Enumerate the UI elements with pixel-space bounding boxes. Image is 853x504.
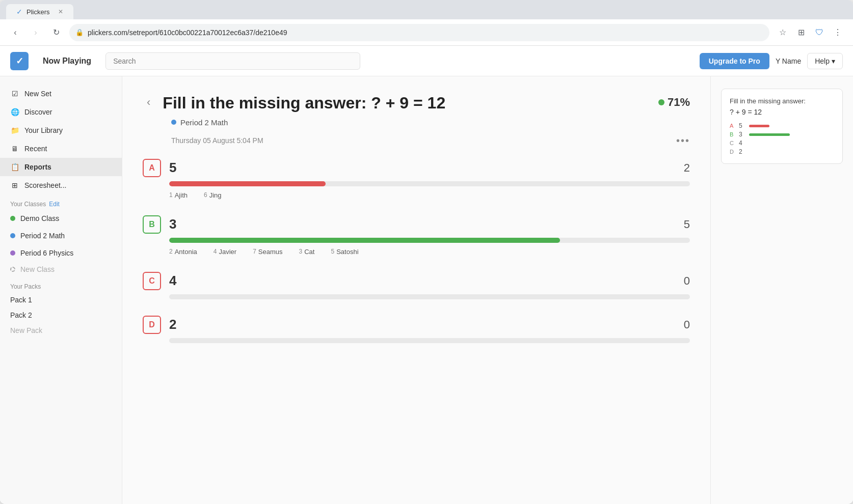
discover-icon: 🌐 xyxy=(10,107,19,117)
answer-label-b: B xyxy=(143,215,161,234)
progress-bar-c xyxy=(169,294,690,299)
progress-bar-b xyxy=(169,238,690,243)
app-container: ✓ Now Playing Upgrade to Pro Y Name Help… xyxy=(0,46,853,504)
more-options-icon[interactable]: ⋮ xyxy=(831,25,845,40)
browser-toolbar-icons: ☆ ⊞ 🛡 ⋮ xyxy=(776,25,845,40)
library-icon: 📁 xyxy=(10,126,19,135)
sidebar-item-demo-class[interactable]: Demo Class xyxy=(0,210,122,227)
student-item: 1 Ajith xyxy=(169,191,188,199)
forward-button[interactable]: › xyxy=(29,25,43,40)
date-text: Thursday 05 August 5:04 PM xyxy=(171,136,263,145)
address-bar: ‹ › ↻ 🔒 plickers.com/setreport/610c0bc00… xyxy=(0,19,853,46)
preview-answers: A 5 B 3 C 4 xyxy=(730,122,834,155)
main-content: ☑ New Set 🌐 Discover 📁 Your Library 🖥 Re… xyxy=(0,76,853,504)
answer-count-d: 0 xyxy=(684,318,690,331)
answer-count-a: 2 xyxy=(684,161,690,175)
scoresheet-icon: ⊞ xyxy=(10,181,19,190)
class-info: Period 2 Math xyxy=(171,118,690,127)
progress-fill-b xyxy=(169,238,560,243)
sidebar-item-period2[interactable]: Period 2 Math xyxy=(0,227,122,244)
bookmark-icon[interactable]: ☆ xyxy=(776,25,790,40)
sidebar-item-discover[interactable]: 🌐 Discover xyxy=(0,103,122,121)
answer-choice-a: A 5 2 1 Ajith 6 Jing xyxy=(143,159,690,199)
more-options-button[interactable]: ••• xyxy=(676,135,690,147)
answer-label-d: D xyxy=(143,316,161,334)
now-playing-button[interactable]: Now Playing xyxy=(37,53,97,69)
progress-fill-a xyxy=(169,181,326,186)
sidebar-item-reports[interactable]: 📋 Reports xyxy=(0,158,122,176)
answer-choice-b: B 3 5 2 Antonia 4 Javier xyxy=(143,215,690,256)
back-question-button[interactable]: ‹ xyxy=(143,94,154,111)
preview-answer-b: B 3 xyxy=(730,131,834,138)
tab-bar: ✓ Plickers ✕ xyxy=(0,0,853,19)
navbar-right: Upgrade to Pro Y Name Help ▾ xyxy=(700,53,843,69)
preview-equation: ? + 9 = 12 xyxy=(730,108,834,116)
preview-question-text: Fill in the missing answer: xyxy=(730,97,834,105)
right-panel: Fill in the missing answer: ? + 9 = 12 A… xyxy=(710,76,853,504)
period2-dot xyxy=(10,233,15,238)
sidebar-item-new-set[interactable]: ☑ New Set xyxy=(0,85,122,103)
answer-label-a: A xyxy=(143,159,161,177)
students-list-a: 1 Ajith 6 Jing xyxy=(169,191,690,199)
sidebar-item-scoresheet[interactable]: ⊞ Scoresheet... xyxy=(0,176,122,194)
student-item: 6 Jing xyxy=(204,191,222,199)
url-display[interactable]: plickers.com/setreport/610c0bc00221a7001… xyxy=(88,29,287,37)
recent-icon: 🖥 xyxy=(10,144,19,153)
upgrade-button[interactable]: Upgrade to Pro xyxy=(700,53,769,69)
active-tab[interactable]: ✓ Plickers ✕ xyxy=(6,4,73,19)
help-button[interactable]: Help ▾ xyxy=(807,53,843,69)
student-item: 2 Antonia xyxy=(169,248,197,256)
sidebar: ☑ New Set 🌐 Discover 📁 Your Library 🖥 Re… xyxy=(0,76,122,504)
answer-count-c: 0 xyxy=(684,274,690,288)
search-input[interactable] xyxy=(105,52,360,70)
answer-label-c: C xyxy=(143,272,161,290)
answer-header-a: A 5 2 xyxy=(143,159,690,177)
sidebar-item-pack1[interactable]: Pack 1 xyxy=(0,292,122,307)
class-dot-blue xyxy=(171,120,176,125)
sidebar-item-new-pack[interactable]: New Pack xyxy=(0,323,122,338)
answer-header-c: C 4 0 xyxy=(143,272,690,290)
sidebar-item-period6[interactable]: Period 6 Physics xyxy=(0,244,122,262)
new-class-item[interactable]: New Class xyxy=(0,262,122,277)
preview-bar-b xyxy=(749,133,790,136)
preview-card: Fill in the missing answer: ? + 9 = 12 A… xyxy=(721,89,843,164)
sidebar-item-recent[interactable]: 🖥 Recent xyxy=(0,139,122,158)
demo-class-dot xyxy=(10,216,15,221)
preview-answer-a: A 5 xyxy=(730,122,834,129)
answer-value-d: 2 xyxy=(169,317,176,332)
student-item: 5 Satoshi xyxy=(331,248,358,256)
sidebar-item-library[interactable]: 📁 Your Library xyxy=(0,121,122,139)
reload-button[interactable]: ↻ xyxy=(49,25,63,40)
question-title-block: Fill in the missing answer: ? + 9 = 12 7… xyxy=(163,93,690,114)
answer-choice-c: C 4 0 xyxy=(143,272,690,299)
profile-icon[interactable]: 🛡 xyxy=(812,25,827,40)
period6-dot xyxy=(10,250,15,256)
new-set-icon: ☑ xyxy=(10,89,19,98)
extensions-icon[interactable]: ⊞ xyxy=(794,25,808,40)
sidebar-item-pack2[interactable]: Pack 2 xyxy=(0,307,122,323)
student-item: 3 Cat xyxy=(299,248,315,256)
browser-window: ✓ Plickers ✕ ‹ › ↻ 🔒 plickers.com/setrep… xyxy=(0,0,853,504)
preview-answer-d: D 2 xyxy=(730,148,834,155)
score-dot xyxy=(658,99,664,105)
answer-value-b: 3 xyxy=(169,216,176,232)
answer-choice-d: D 2 0 xyxy=(143,316,690,343)
student-item: 7 Seamus xyxy=(253,248,282,256)
preview-answer-c: C 4 xyxy=(730,139,834,147)
date-row: Thursday 05 August 5:04 PM ••• xyxy=(171,135,690,147)
edit-classes-link[interactable]: Edit xyxy=(49,201,60,208)
progress-bar-a xyxy=(169,181,690,186)
reports-icon: 📋 xyxy=(10,162,19,172)
back-button[interactable]: ‹ xyxy=(8,25,22,40)
answer-header-b: B 3 5 xyxy=(143,215,690,234)
your-classes-section: Your Classes Edit xyxy=(0,194,122,210)
answer-count-b: 5 xyxy=(684,218,690,231)
preview-bar-a xyxy=(749,125,769,127)
students-list-b: 2 Antonia 4 Javier 7 Seamus 3 xyxy=(169,248,690,256)
user-name-button[interactable]: Y Name xyxy=(776,57,801,65)
content-panel: ‹ Fill in the missing answer: ? + 9 = 12… xyxy=(122,76,710,504)
question-title: Fill in the missing answer: ? + 9 = 12 xyxy=(163,93,648,114)
score-badge: 71% xyxy=(658,96,690,109)
answer-header-d: D 2 0 xyxy=(143,316,690,334)
question-header: ‹ Fill in the missing answer: ? + 9 = 12… xyxy=(143,93,690,114)
